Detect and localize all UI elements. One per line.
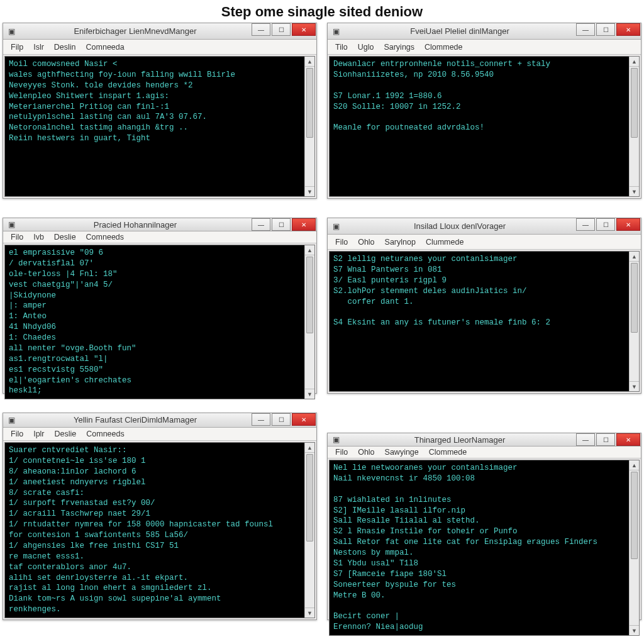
- menu-item[interactable]: Deslie: [50, 428, 82, 440]
- maximize-button[interactable]: ☐: [596, 23, 615, 36]
- scroll-up-icon[interactable]: ▲: [305, 443, 314, 453]
- scrollbar[interactable]: ▲ ▼: [629, 252, 639, 391]
- maximize-button[interactable]: ☐: [272, 413, 291, 426]
- menubar: Filo Ohlo Sawyinge Clommede: [328, 447, 641, 458]
- terminal-output[interactable]: Moil comowsneed Nasir < wales agthfhecti…: [5, 57, 304, 196]
- menu-item[interactable]: Ivb: [28, 231, 49, 243]
- menu-item[interactable]: Deslin: [49, 42, 81, 53]
- menu-item[interactable]: Comneeds: [81, 231, 129, 243]
- menu-item[interactable]: Saryings: [379, 42, 419, 53]
- window-title: Eniferbichager LienMnevdManger: [19, 26, 251, 36]
- scroll-thumb[interactable]: [306, 257, 313, 333]
- scrollbar[interactable]: ▲ ▼: [304, 443, 314, 618]
- menu-item[interactable]: Uglo: [353, 42, 379, 53]
- scrollbar[interactable]: ▲ ▼: [304, 57, 314, 196]
- titlebar[interactable]: ▣ Thinarged LleorNamager — ☐ ✕: [328, 433, 641, 447]
- titlebar[interactable]: ▣ Eniferbichager LienMnevdManger — ☐ ✕: [3, 23, 316, 40]
- close-button[interactable]: ✕: [616, 433, 640, 446]
- titlebar[interactable]: ▣ Yellin Faufast CleriDimldMamager — ☐ ✕: [3, 413, 316, 428]
- maximize-button[interactable]: ☐: [272, 23, 291, 36]
- scroll-down-icon[interactable]: ▼: [630, 625, 639, 635]
- titlebar[interactable]: ▣ Pracied Hohannilnager — ☐ ✕: [3, 218, 316, 231]
- window-controls: — ☐ ✕: [575, 23, 641, 39]
- menu-item[interactable]: Filo: [6, 428, 28, 440]
- scroll-up-icon[interactable]: ▲: [305, 245, 314, 255]
- menubar: Filo Ohlo Sarylnop Clummede: [328, 235, 641, 250]
- menu-item[interactable]: Iplr: [28, 428, 49, 440]
- menu-item[interactable]: Filo: [330, 236, 353, 248]
- page-title: Step ome sinagle sited deniow: [0, 0, 644, 23]
- window-controls: — ☐ ✕: [251, 413, 316, 427]
- maximize-button[interactable]: ☐: [596, 433, 615, 446]
- system-menu-icon[interactable]: ▣: [3, 416, 19, 425]
- menu-item[interactable]: Comneeds: [81, 428, 129, 440]
- scroll-down-icon[interactable]: ▼: [630, 186, 639, 196]
- close-button[interactable]: ✕: [292, 413, 316, 426]
- terminal-output[interactable]: el emprasisive "09 6 / dervatisflal 07' …: [5, 245, 304, 399]
- minimize-button[interactable]: —: [252, 218, 270, 231]
- scrollbar[interactable]: ▲ ▼: [304, 245, 314, 399]
- close-button[interactable]: ✕: [292, 218, 316, 231]
- menu-item[interactable]: Clommede: [424, 447, 472, 458]
- window-grid: ▣ Eniferbichager LienMnevdManger — ☐ ✕ F…: [0, 23, 644, 620]
- scrollbar[interactable]: ▲ ▼: [629, 460, 639, 635]
- maximize-button[interactable]: ☐: [596, 218, 615, 231]
- menu-item[interactable]: Sarylnop: [380, 236, 421, 248]
- scroll-up-icon[interactable]: ▲: [630, 460, 639, 470]
- scroll-up-icon[interactable]: ▲: [630, 252, 639, 262]
- scroll-down-icon[interactable]: ▼: [305, 186, 314, 196]
- scroll-thumb[interactable]: [306, 68, 313, 138]
- minimize-button[interactable]: —: [576, 218, 595, 231]
- menubar: Filo Ivb Deslie Comneeds: [3, 231, 316, 243]
- scroll-thumb[interactable]: [631, 472, 638, 559]
- menu-item[interactable]: Filp: [6, 42, 28, 53]
- scroll-thumb[interactable]: [631, 68, 638, 138]
- terminal-output[interactable]: S2 lellig neturanes your contanlsimager …: [330, 252, 629, 391]
- terminal-output[interactable]: Suarer cntvrediet Nasir:: 1/ conntetnei~…: [5, 443, 304, 618]
- scroll-up-icon[interactable]: ▲: [305, 57, 314, 67]
- system-menu-icon[interactable]: ▣: [328, 27, 344, 36]
- window-5: ▣ Thinarged LleorNamager — ☐ ✕ Filo Ohlo…: [327, 433, 641, 620]
- window-controls: — ☐ ✕: [575, 433, 641, 446]
- scroll-thumb[interactable]: [631, 263, 638, 333]
- minimize-button[interactable]: —: [252, 413, 270, 426]
- menu-item[interactable]: Filo: [330, 447, 353, 458]
- system-menu-icon[interactable]: ▣: [3, 27, 19, 36]
- scroll-down-icon[interactable]: ▼: [305, 608, 314, 618]
- menu-item[interactable]: Ohlo: [353, 236, 379, 248]
- window-title: Pracied Hohannilnager: [19, 220, 251, 230]
- menu-item[interactable]: Clommede: [419, 42, 467, 53]
- minimize-button[interactable]: —: [252, 23, 270, 36]
- menu-item[interactable]: Comneeda: [81, 42, 130, 53]
- system-menu-icon[interactable]: ▣: [3, 220, 19, 229]
- titlebar[interactable]: ▣ FveiUael Pleliel dinlManger — ☐ ✕: [328, 23, 641, 40]
- titlebar[interactable]: ▣ Insilad Lloux denlVorager — ☐ ✕: [328, 218, 641, 235]
- scrollbar[interactable]: ▲ ▼: [629, 57, 639, 196]
- scroll-thumb[interactable]: [306, 454, 313, 541]
- menu-item[interactable]: Deslie: [49, 231, 81, 243]
- window-title: Yellin Faufast CleriDimldMamager: [19, 415, 251, 425]
- scroll-down-icon[interactable]: ▼: [305, 389, 314, 399]
- window-controls: — ☐ ✕: [575, 218, 641, 234]
- terminal-output[interactable]: Nel lie netwooranes your contanlsimager …: [330, 460, 629, 635]
- menubar: Filo Iplr Deslie Comneeds: [3, 428, 316, 441]
- menu-item[interactable]: Clummede: [421, 236, 469, 248]
- close-button[interactable]: ✕: [616, 23, 640, 36]
- close-button[interactable]: ✕: [292, 23, 316, 36]
- minimize-button[interactable]: —: [576, 23, 595, 36]
- scroll-down-icon[interactable]: ▼: [630, 381, 639, 391]
- window-title: Thinarged LleorNamager: [344, 435, 575, 445]
- menu-item[interactable]: Ohlo: [353, 447, 379, 458]
- menu-item[interactable]: Filo: [6, 231, 28, 243]
- scroll-up-icon[interactable]: ▲: [630, 57, 639, 67]
- minimize-button[interactable]: —: [576, 433, 595, 446]
- maximize-button[interactable]: ☐: [272, 218, 291, 231]
- menu-item[interactable]: Islr: [28, 42, 49, 53]
- close-button[interactable]: ✕: [616, 218, 640, 231]
- window-title: Insilad Lloux denlVorager: [344, 221, 575, 231]
- system-menu-icon[interactable]: ▣: [328, 435, 344, 444]
- menu-item[interactable]: Sawyinge: [380, 447, 424, 458]
- system-menu-icon[interactable]: ▣: [328, 222, 344, 231]
- terminal-output[interactable]: Dewanlacr entrpronhenle notils_connert +…: [330, 57, 629, 196]
- menu-item[interactable]: Tilo: [330, 42, 353, 53]
